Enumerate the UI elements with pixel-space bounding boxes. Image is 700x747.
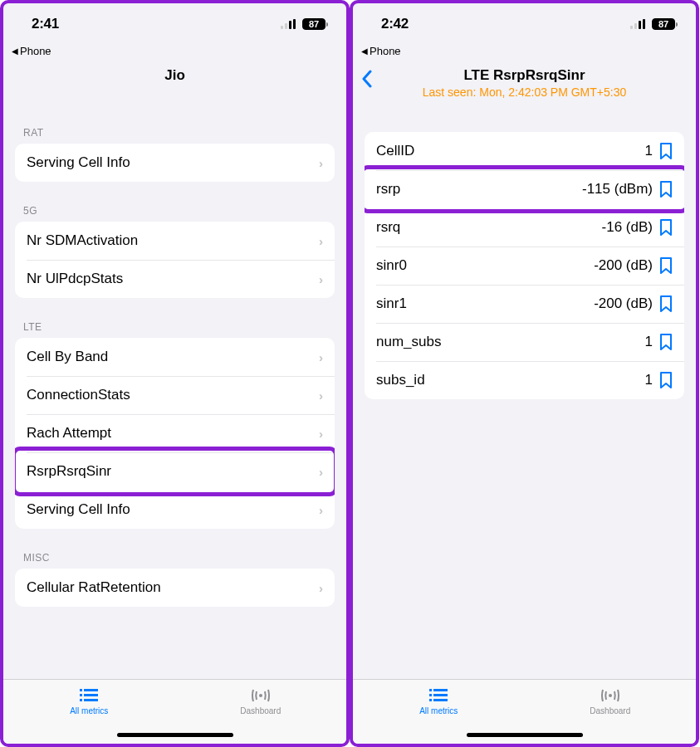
chevron-right-icon: ›: [319, 503, 323, 517]
svg-rect-9: [84, 699, 98, 701]
metric-row[interactable]: num_subs1: [365, 323, 684, 361]
bookmark-icon[interactable]: [659, 219, 673, 236]
metric-row[interactable]: rsrq-16 (dB): [365, 208, 684, 247]
metric-value: -115 (dBm): [582, 181, 653, 198]
bookmark-icon[interactable]: [659, 372, 673, 388]
status-bar: 2:41 87: [3, 3, 346, 45]
list-item[interactable]: RsrpRsrqSinr›: [15, 452, 335, 491]
tab-label: All metrics: [70, 706, 108, 715]
svg-rect-4: [80, 689, 82, 691]
svg-rect-5: [84, 689, 98, 691]
page-title: LTE RsrpRsrqSinr: [463, 67, 585, 84]
metric-value: 1: [645, 372, 653, 388]
home-indicator[interactable]: [117, 733, 233, 737]
breadcrumb-label: Phone: [20, 45, 51, 57]
svg-rect-14: [643, 19, 645, 29]
list-item-label: Cell By Band: [27, 349, 319, 365]
chevron-right-icon: ›: [319, 388, 323, 403]
section-card: Cellular RatRetention›: [15, 569, 335, 607]
list-item[interactable]: Nr SDMActivation›: [15, 222, 335, 260]
breadcrumb-label: Phone: [370, 45, 401, 57]
bookmark-icon[interactable]: [659, 257, 673, 274]
status-icons: 87: [281, 18, 328, 30]
metric-row[interactable]: CellID1: [365, 132, 684, 170]
svg-rect-2: [289, 21, 291, 29]
list-icon: [78, 686, 100, 705]
signal-icon: [630, 19, 647, 29]
caret-left-icon: ◀: [12, 46, 18, 56]
section-header: 5G: [15, 182, 335, 222]
section-card: Cell By Band›ConnectionStats›Rach Attemp…: [15, 338, 335, 529]
chevron-right-icon: ›: [319, 234, 323, 248]
metric-row[interactable]: sinr1-200 (dB): [365, 285, 684, 323]
metric-label: sinr0: [376, 257, 594, 274]
battery-icon: 87: [302, 18, 328, 30]
status-icons: 87: [630, 18, 678, 30]
list-icon: [428, 686, 449, 705]
bookmark-icon[interactable]: [659, 143, 673, 159]
svg-point-10: [259, 694, 262, 697]
svg-rect-17: [429, 694, 432, 696]
svg-rect-0: [281, 26, 283, 29]
section-header: MISC: [15, 529, 335, 569]
svg-rect-16: [433, 689, 448, 691]
list-item-label: RsrpRsrqSinr: [27, 463, 319, 480]
svg-rect-19: [429, 699, 432, 701]
page-header: LTE RsrpRsrqSinr Last seen: Mon, 2:42:03…: [353, 61, 696, 107]
svg-rect-7: [84, 694, 98, 696]
svg-rect-6: [80, 694, 82, 696]
page-subtitle: Last seen: Mon, 2:42:03 PM GMT+5:30: [423, 85, 627, 99]
list-item-label: Rach Attempt: [27, 425, 319, 442]
metric-row[interactable]: rsrp-115 (dBm): [365, 170, 684, 208]
section-header: RAT: [15, 92, 335, 144]
metrics-card: CellID1rsrp-115 (dBm)rsrq-16 (dB)sinr0-2…: [365, 132, 684, 399]
metric-row[interactable]: sinr0-200 (dB): [365, 247, 684, 285]
breadcrumb[interactable]: ◀ Phone: [3, 45, 346, 61]
tab-label: Dashboard: [240, 706, 281, 715]
metric-value: -16 (dB): [602, 219, 653, 236]
list-item[interactable]: Cell By Band›: [15, 338, 335, 376]
list-item-label: ConnectionStats: [27, 387, 319, 403]
metric-row[interactable]: subs_id1: [365, 361, 684, 399]
list-item-label: Serving Cell Info: [27, 501, 319, 518]
page-header: Jio: [3, 61, 346, 92]
signal-icon: [281, 19, 297, 29]
section-header: LTE: [15, 298, 335, 338]
metric-value: -200 (dB): [594, 295, 653, 312]
list-item-label: Serving Cell Info: [27, 154, 319, 171]
breadcrumb[interactable]: ◀ Phone: [353, 45, 696, 61]
bookmark-icon[interactable]: [659, 295, 673, 312]
svg-rect-18: [433, 694, 448, 696]
tab-label: Dashboard: [590, 706, 630, 715]
list-item[interactable]: Nr UlPdcpStats›: [15, 260, 335, 298]
metric-label: num_subs: [376, 334, 645, 350]
chevron-right-icon: ›: [319, 272, 323, 286]
list-item-label: Cellular RatRetention: [27, 579, 319, 596]
page-title: Jio: [164, 67, 185, 84]
status-time: 2:41: [32, 16, 59, 32]
svg-rect-11: [630, 26, 633, 29]
chevron-right-icon: ›: [319, 581, 323, 595]
svg-rect-8: [80, 699, 82, 701]
list-item[interactable]: ConnectionStats›: [15, 376, 335, 414]
bookmark-icon[interactable]: [659, 181, 673, 198]
list-item[interactable]: Serving Cell Info›: [15, 144, 335, 182]
bookmark-icon[interactable]: [659, 334, 673, 350]
phone-left: 2:41 87 ◀ Phone Jio RATServing Cell Info…: [0, 0, 350, 747]
list-item[interactable]: Serving Cell Info›: [15, 491, 335, 529]
phone-right: 2:42 87 ◀ Phone LTE RsrpRsrqSinr Last se…: [350, 0, 699, 747]
back-button[interactable]: [361, 67, 381, 90]
status-bar: 2:42 87: [353, 3, 696, 45]
list-item-label: Nr UlPdcpStats: [27, 271, 319, 287]
home-indicator[interactable]: [467, 733, 583, 737]
metric-label: rsrp: [376, 181, 582, 198]
chevron-right-icon: ›: [319, 156, 323, 170]
content: CellID1rsrp-115 (dBm)rsrq-16 (dB)sinr0-2…: [353, 107, 696, 679]
list-item-label: Nr SDMActivation: [27, 232, 319, 249]
list-item[interactable]: Rach Attempt›: [15, 414, 335, 452]
metric-label: CellID: [376, 143, 645, 159]
chevron-right-icon: ›: [319, 465, 323, 479]
caret-left-icon: ◀: [361, 46, 368, 56]
metric-value: 1: [645, 334, 653, 350]
list-item[interactable]: Cellular RatRetention›: [15, 569, 335, 607]
